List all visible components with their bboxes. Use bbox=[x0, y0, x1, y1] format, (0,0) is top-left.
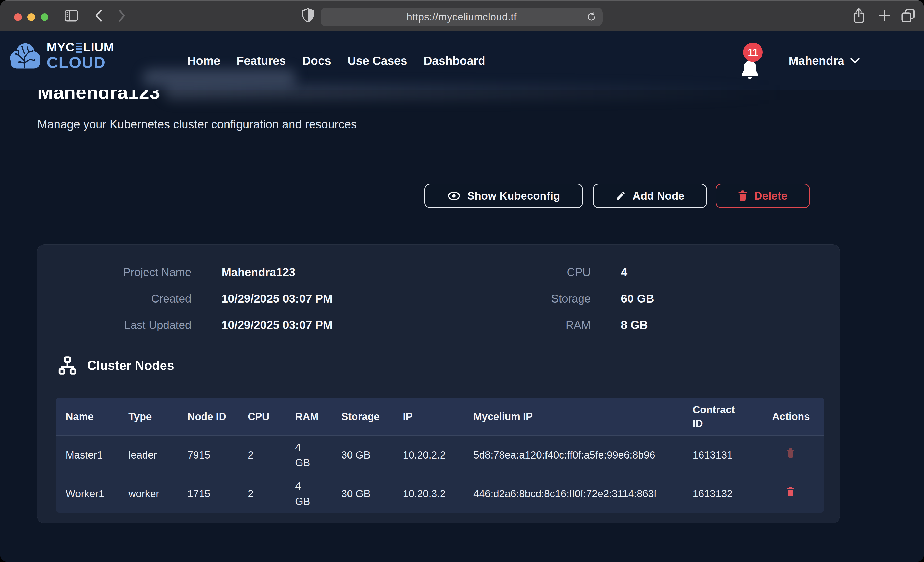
cluster-nodes-header: Cluster Nodes bbox=[58, 356, 174, 375]
node-cpu: 2 bbox=[248, 486, 295, 501]
minimize-window-button[interactable] bbox=[27, 13, 35, 21]
cluster-nodes-table: Name Type Node ID CPU RAM Storage IP Myc… bbox=[56, 398, 824, 513]
brand-suffix: LIUM bbox=[83, 41, 114, 54]
nav-link-home[interactable]: Home bbox=[188, 54, 220, 67]
trash-icon bbox=[786, 448, 795, 459]
last-updated-label: Last Updated bbox=[58, 312, 191, 338]
add-node-label: Add Node bbox=[633, 190, 684, 202]
node-contract-id: 1613131 bbox=[693, 447, 772, 463]
node-name: Worker1 bbox=[56, 486, 129, 501]
chevron-down-icon bbox=[850, 58, 860, 64]
node-name: Master1 bbox=[56, 447, 129, 463]
node-storage: 30 GB bbox=[341, 486, 403, 501]
nav-links: Home Features Docs Use Cases Dashboard bbox=[188, 31, 485, 90]
cluster-details-card: Project Name Mahendra123 CPU 4 Created 1… bbox=[37, 244, 840, 523]
reload-icon[interactable] bbox=[586, 11, 597, 22]
node-storage: 30 GB bbox=[341, 447, 403, 463]
eye-icon bbox=[447, 191, 460, 201]
nav-link-dashboard[interactable]: Dashboard bbox=[424, 54, 485, 67]
col-header-ram: RAM bbox=[295, 410, 341, 423]
col-header-node-id: Node ID bbox=[188, 410, 248, 423]
nav-link-use-cases[interactable]: Use Cases bbox=[348, 54, 407, 67]
col-header-ip: IP bbox=[403, 410, 473, 423]
close-window-button[interactable] bbox=[14, 13, 22, 21]
zoom-window-button[interactable] bbox=[41, 13, 48, 21]
storage-value: 60 GB bbox=[591, 285, 796, 312]
table-row-master1: Master1 leader 7915 2 4 GB 30 GB 10.20.2… bbox=[56, 436, 824, 474]
storage-label: Storage bbox=[417, 285, 591, 312]
created-label: Created bbox=[58, 285, 191, 312]
url-text: https://myceliumcloud.tf bbox=[406, 11, 517, 23]
network-nodes-icon bbox=[58, 356, 77, 375]
project-name-value: Mahendra123 bbox=[191, 259, 417, 285]
delete-label: Delete bbox=[754, 190, 787, 202]
user-menu[interactable]: Mahendra bbox=[789, 31, 860, 90]
trash-icon bbox=[786, 486, 795, 497]
node-mycelium-ip: 446:d2a6:8bcd:8c16:ff0f:72e2:3114:863f bbox=[473, 486, 693, 502]
table-header-row: Name Type Node ID CPU RAM Storage IP Myc… bbox=[56, 398, 824, 436]
table-row-worker1: Worker1 worker 1715 2 4 GB 30 GB 10.20.3… bbox=[56, 474, 824, 513]
notifications-button[interactable]: 11 bbox=[738, 46, 769, 85]
delete-node-button[interactable] bbox=[772, 486, 795, 498]
col-header-actions: Actions bbox=[772, 410, 824, 423]
show-kubeconfig-button[interactable]: Show Kubeconfig bbox=[424, 184, 583, 208]
col-header-mycelium-ip: Mycelium IP bbox=[473, 410, 693, 423]
col-header-name: Name bbox=[56, 410, 129, 423]
privacy-shield-icon[interactable] bbox=[301, 0, 315, 31]
node-ram: 4 GB bbox=[295, 478, 341, 509]
share-icon[interactable] bbox=[851, 0, 867, 31]
back-button[interactable] bbox=[92, 0, 106, 31]
trash-icon bbox=[738, 190, 747, 202]
ram-value: 8 GB bbox=[591, 312, 796, 338]
node-type: leader bbox=[129, 447, 188, 463]
node-ip: 10.20.3.2 bbox=[403, 486, 473, 501]
nav-link-features[interactable]: Features bbox=[237, 54, 286, 67]
brand-prefix: MYC bbox=[46, 41, 75, 54]
node-type: worker bbox=[129, 486, 188, 501]
project-name-label: Project Name bbox=[58, 259, 191, 285]
forward-button[interactable] bbox=[115, 0, 128, 31]
node-mycelium-ip: 5d8:78ea:a120:f40c:ff0f:a5fe:99e6:8b96 bbox=[473, 447, 693, 463]
node-ram: 4 GB bbox=[295, 439, 341, 470]
tab-overview-icon[interactable] bbox=[900, 0, 916, 31]
cpu-label: CPU bbox=[417, 259, 591, 285]
delete-node-button[interactable] bbox=[772, 448, 795, 459]
brand-e-bars-icon bbox=[76, 43, 82, 53]
project-info-grid: Project Name Mahendra123 CPU 4 Created 1… bbox=[58, 259, 796, 338]
col-header-type: Type bbox=[129, 410, 188, 423]
sidebar-toggle-icon[interactable] bbox=[64, 0, 78, 31]
traffic-lights bbox=[14, 13, 48, 21]
add-node-button[interactable]: Add Node bbox=[593, 184, 707, 208]
cpu-value: 4 bbox=[591, 259, 796, 285]
cluster-nodes-title: Cluster Nodes bbox=[87, 358, 174, 373]
notification-badge: 11 bbox=[743, 42, 763, 62]
address-bar[interactable]: https://myceliumcloud.tf bbox=[321, 8, 603, 26]
new-tab-icon[interactable] bbox=[877, 0, 892, 31]
browser-chrome: https://myceliumcloud.tf bbox=[0, 0, 924, 31]
node-ip: 10.20.2.2 bbox=[403, 447, 473, 463]
browser-window: https://myceliumcloud.tf bbox=[0, 0, 924, 562]
page-subtitle: Manage your Kubernetes cluster configura… bbox=[38, 117, 357, 131]
last-updated-value: 10/29/2025 03:07 PM bbox=[191, 312, 417, 338]
site-navbar: MYC LIUM CLOUD Home Features Docs Use Ca… bbox=[0, 31, 924, 90]
brand-logo[interactable]: MYC LIUM CLOUD bbox=[8, 41, 114, 71]
brand-cloud: CLOUD bbox=[46, 55, 114, 70]
node-cpu: 2 bbox=[248, 447, 295, 463]
node-contract-id: 1613132 bbox=[693, 486, 772, 501]
created-value: 10/29/2025 03:07 PM bbox=[191, 285, 417, 312]
cloud-logo-icon bbox=[8, 41, 43, 71]
brand-wordmark: MYC LIUM CLOUD bbox=[46, 41, 114, 70]
node-id: 1715 bbox=[188, 486, 248, 501]
node-id: 7915 bbox=[188, 447, 248, 463]
bell-icon bbox=[738, 58, 762, 83]
delete-cluster-button[interactable]: Delete bbox=[716, 184, 810, 208]
user-name: Mahendra bbox=[789, 54, 844, 67]
col-header-cpu: CPU bbox=[248, 410, 295, 423]
col-header-storage: Storage bbox=[341, 410, 403, 423]
ram-label: RAM bbox=[417, 312, 591, 338]
show-kubeconfig-label: Show Kubeconfig bbox=[467, 190, 560, 202]
col-header-contract-id: Contract ID bbox=[693, 403, 772, 430]
nav-link-docs[interactable]: Docs bbox=[302, 54, 331, 67]
pencil-icon bbox=[615, 191, 626, 201]
